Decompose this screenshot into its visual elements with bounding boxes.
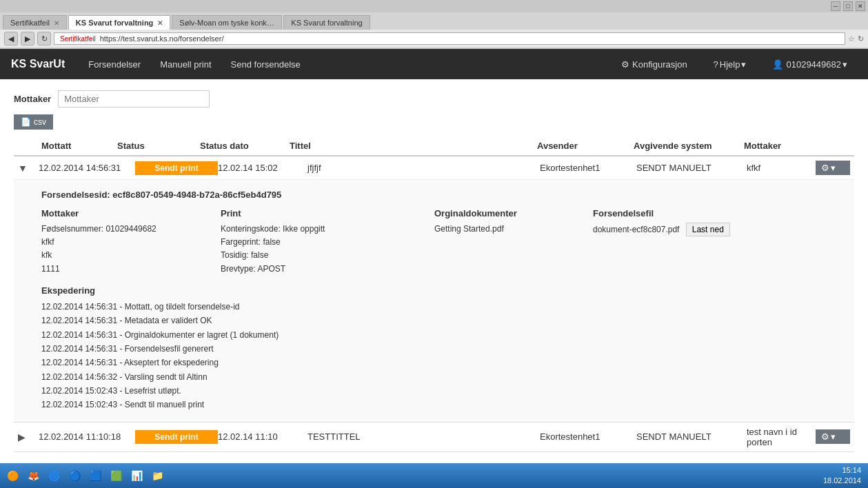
taskbar-clock: 15:14 18.02.2014 [823, 465, 865, 479]
maximize-btn[interactable]: □ [843, 1, 853, 11]
avsender-2: Ekortestenhet1 [540, 431, 636, 442]
forsendelsesid-value: ecf8c807-0549-4948-b72a-86cf5eb4d795 [112, 190, 281, 200]
gear-button-2[interactable]: ⚙ ▾ [816, 429, 850, 444]
star-icon[interactable]: ☆ [848, 34, 855, 43]
detail-mottaker-section: Mottaker Fødselsnummer: 01029449682 kfkf… [41, 208, 214, 276]
filter-row: Mottaker [14, 86, 854, 114]
toggle-expand-icon-2[interactable]: ▶ [18, 431, 39, 443]
status-dato-1: 12.02.14 15:02 [218, 163, 307, 173]
browser-tab-3[interactable]: KS Svarut forvaltning [283, 15, 370, 30]
nav-manuell-print[interactable]: Manuell print [150, 49, 221, 79]
col-mottatt: Mottatt [21, 141, 117, 151]
col-mottaker: Mottaker [744, 141, 813, 151]
orginaldok-value: Getting Started.pdf [434, 223, 586, 236]
ekspedering-line: 12.02.2014 14:56:31 - Akseptert for eksp… [41, 358, 219, 367]
mottatt-1: 12.02.2014 14:56:31 [39, 163, 135, 173]
detail-grid: Mottaker Fødselsnummer: 01029449682 kfkf… [41, 208, 840, 276]
taskbar-icon-1[interactable]: 🦊 [23, 466, 43, 479]
taskbar-icon-4[interactable]: 🟦 [85, 466, 105, 479]
back-button[interactable]: ◀ [4, 32, 18, 45]
tab-bar: Sertifikatfeil✕KS Svarut forvaltning✕Søl… [0, 12, 868, 30]
browser-tab-1[interactable]: KS Svarut forvaltning✕ [68, 15, 170, 30]
refresh-icon[interactable]: ↻ [858, 34, 864, 43]
toggle-expand-icon-1[interactable]: ▼ [18, 163, 39, 174]
mottaker-input[interactable] [58, 90, 210, 108]
nav-right: ⚙ Konfigurasjon ? Hjelp ▾ 👤 01029449682 … [612, 49, 857, 79]
taskbar: 🟠🦊🌀🔵🟦🟩📊📁 15:14 18.02.2014 [0, 463, 868, 479]
col-status: Status [117, 141, 200, 151]
tab-close-icon-1[interactable]: ✕ [157, 19, 163, 27]
lastned-button[interactable]: Last ned [686, 223, 730, 236]
mottaker-detail-info: Fødselsnummer: 01029449682 kfkf kfk 1111 [41, 223, 214, 276]
close-btn[interactable]: ✕ [856, 1, 865, 11]
taskbar-icon-0[interactable]: 🟠 [3, 466, 22, 479]
table-row-container-1: ▼ 12.02.2014 14:56:31 Sendt print 12.02.… [14, 156, 854, 423]
tittel-2: TESTTITTEL [307, 431, 540, 442]
detail-orginaldok-section: Orginaldokumenter Getting Started.pdf [434, 208, 586, 276]
avgivende-1: SENDT MANUELT [636, 163, 747, 173]
forsendelsefil-title: Forsendelsefil [593, 208, 765, 218]
forward-button[interactable]: ▶ [21, 32, 34, 45]
mottaker-2: test navn i id porten [747, 427, 816, 447]
forsendelsesid-label: Forsendelsesid: ecf8c807-0549-4948-b72a-… [41, 190, 840, 200]
ekspedering-section: Ekspedering 12.02.2014 14:56:31 - Mottat… [41, 285, 840, 412]
detail-print-section: Print Konteringskode: Ikke oppgitt Farge… [221, 208, 427, 276]
col-status-dato: Status dato [200, 141, 290, 151]
avgivende-2: SENDT MANUELT [636, 431, 747, 442]
gear-chevron-icon-1: ▾ [831, 163, 836, 173]
table-header: Mottatt Status Status dato Tittel Avsend… [14, 136, 854, 156]
app-brand: KS SvarUt [11, 58, 65, 70]
mottaker-label: Mottaker [14, 94, 51, 104]
url-bar[interactable]: Sertifikatfeil https://test.svarut.ks.no… [54, 32, 845, 45]
browser-chrome: ─ □ ✕ Sertifikatfeil✕KS Svarut forvaltni… [0, 0, 868, 49]
tab-close-icon-0[interactable]: ✕ [54, 19, 59, 27]
ekspedering-title: Ekspedering [41, 285, 840, 296]
taskbar-icon-3[interactable]: 🔵 [65, 466, 84, 479]
taskbar-icon-6[interactable]: 📊 [127, 466, 146, 479]
hjelp-chevron-icon: ▾ [741, 59, 746, 70]
print-section-title: Print [221, 208, 427, 218]
csv-button[interactable]: 📄 csv [14, 114, 53, 130]
ekspedering-line: 12.02.2014 14:56:31 - Orginaldokumenter … [41, 330, 279, 340]
gear-button-1[interactable]: ⚙ ▾ [816, 161, 850, 175]
help-icon: ? [714, 59, 718, 70]
ekspedering-line: 12.02.2014 15:02:43 - Lesefrist utløpt. [41, 386, 181, 396]
ekspedering-line: 12.02.2014 14:56:32 - Varsling sendt til… [41, 372, 208, 382]
browser-tab-2[interactable]: Sølv-Moan om tyske konkurrur...✕ [172, 15, 282, 30]
security-badge: Sertifikatfeil [60, 35, 96, 43]
detail-forsendelsefil-section: Forsendelsefil dokument-ecf8c807.pdf Las… [593, 208, 765, 276]
forsendelsefil-row: dokument-ecf8c807.pdf Last ned [593, 223, 765, 236]
main-content: Mottaker 📄 csv Mottatt Status Status dat… [0, 79, 868, 479]
table-row-1[interactable]: ▼ 12.02.2014 14:56:31 Sendt print 12.02.… [14, 156, 854, 179]
forsendelsefil-name: dokument-ecf8c807.pdf [593, 225, 679, 234]
taskbar-icon-5[interactable]: 🟩 [106, 466, 125, 479]
status-badge-2: Sendt print [135, 430, 218, 444]
col-avsender: Avsender [537, 141, 634, 151]
mottaker-section-title: Mottaker [41, 208, 214, 218]
refresh-button[interactable]: ↻ [37, 32, 51, 45]
browser-tab-0[interactable]: Sertifikatfeil✕ [3, 15, 67, 30]
status-dato-2: 12.02.14 11:10 [218, 431, 307, 442]
title-bar: ─ □ ✕ [0, 0, 868, 12]
minimize-btn[interactable]: ─ [831, 1, 840, 11]
nav-konfigurasjon[interactable]: ⚙ Konfigurasjon [612, 49, 697, 79]
user-icon: 👤 [772, 59, 783, 70]
tittel-1: jfjfjf [307, 163, 540, 173]
taskbar-icon-2[interactable]: 🌀 [44, 466, 63, 479]
nav-forsendelser[interactable]: Forsendelser [79, 49, 150, 79]
print-detail-info: Konteringskode: Ikke oppgitt Fargeprint:… [221, 223, 427, 276]
orginaldok-section-title: Orginaldokumenter [434, 208, 586, 218]
nav-send-forsendelse[interactable]: Send forsendelse [221, 49, 310, 79]
taskbar-time: 15:14 [823, 465, 861, 476]
gear-icon: ⚙ [621, 59, 629, 70]
nav-hjelp[interactable]: ? Hjelp ▾ [704, 49, 756, 79]
ekspedering-line: 12.02.2014 14:56:31 - Forsendelsesfil ge… [41, 344, 214, 354]
status-badge-1: Sendt print [135, 161, 218, 175]
taskbar-icons: 🟠🦊🌀🔵🟦🟩📊📁 [3, 466, 167, 479]
table-row-2[interactable]: ▶ 12.02.2014 11:10:18 Sendt print 12.02.… [14, 423, 854, 451]
taskbar-icon-7[interactable]: 📁 [148, 466, 167, 479]
taskbar-date: 18.02.2014 [823, 476, 861, 479]
nav-user[interactable]: 👤 01029449682 ▾ [763, 49, 857, 79]
avsender-1: Ekortestenhet1 [540, 163, 636, 173]
ekspedering-lines: 12.02.2014 14:56:31 - Mottatt, og tildel… [41, 300, 840, 412]
